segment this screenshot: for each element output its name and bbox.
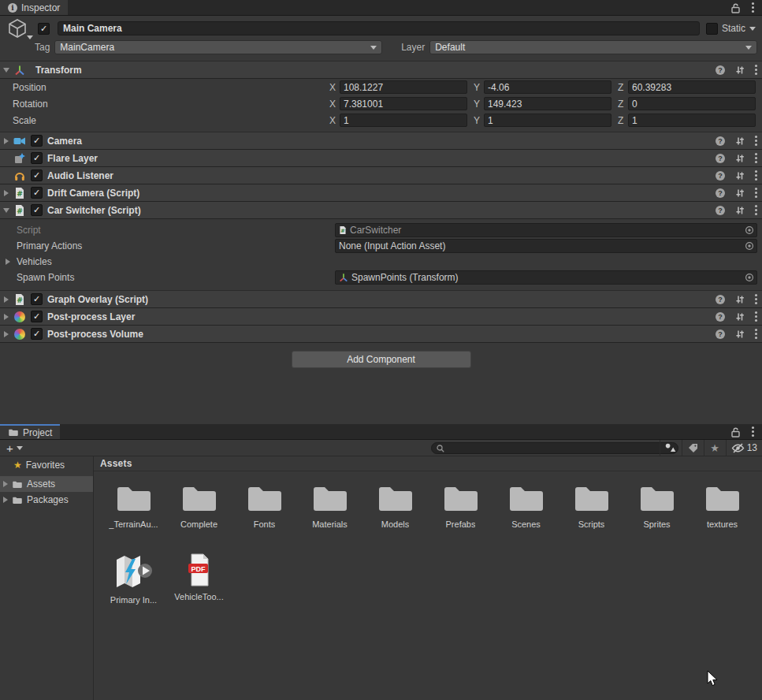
help-icon[interactable]: ?	[716, 65, 725, 75]
audio-listener-enabled-checkbox[interactable]: ✓	[31, 169, 43, 181]
lock-open-icon[interactable]	[730, 426, 741, 438]
position-x-field[interactable]	[340, 80, 467, 94]
layer-dropdown[interactable]: Default	[429, 40, 757, 54]
tab-project[interactable]: Project	[0, 424, 60, 439]
tab-inspector[interactable]: i Inspector	[0, 0, 68, 15]
sidebar-item-packages[interactable]: Packages	[0, 492, 93, 508]
kebab-menu-icon[interactable]	[755, 333, 757, 335]
scale-y-field[interactable]	[484, 114, 611, 127]
foldout-closed-icon[interactable]	[4, 331, 9, 337]
drift-camera-enabled-checkbox[interactable]: ✓	[31, 187, 43, 199]
help-icon[interactable]: ?	[716, 330, 725, 339]
help-icon[interactable]: ?	[716, 295, 725, 304]
sidebar-favorites[interactable]: ★ Favorites	[0, 457, 93, 473]
post-process-volume-enabled-checkbox[interactable]: ✓	[31, 328, 43, 340]
presets-icon[interactable]	[735, 65, 745, 75]
help-icon[interactable]: ?	[716, 188, 725, 198]
kebab-menu-icon[interactable]	[755, 192, 757, 194]
sidebar-item-assets[interactable]: Assets	[0, 476, 93, 492]
gameobject-name-field[interactable]	[58, 21, 700, 35]
component-header-flare-layer[interactable]: ✓ Flare Layer ?	[0, 150, 762, 167]
foldout-closed-icon[interactable]	[6, 259, 10, 265]
presets-icon[interactable]	[735, 295, 745, 304]
component-header-graph-overlay[interactable]: ✓ Graph Overlay (Script) ?	[0, 290, 762, 308]
kebab-menu-icon[interactable]	[752, 6, 754, 9]
gameobject-active-checkbox[interactable]: ✓	[38, 23, 50, 35]
kebab-menu-icon[interactable]	[752, 430, 754, 433]
position-y-field[interactable]	[484, 80, 611, 94]
search-input[interactable]	[448, 443, 673, 454]
foldout-closed-icon[interactable]	[3, 481, 8, 487]
asset-folder[interactable]: _TerrainAu...	[101, 482, 166, 529]
kebab-menu-icon[interactable]	[755, 69, 757, 71]
presets-icon[interactable]	[735, 312, 745, 322]
object-picker-icon[interactable]	[745, 225, 754, 235]
breadcrumb-assets[interactable]: Assets	[100, 458, 132, 469]
static-control[interactable]: Static	[706, 23, 757, 35]
camera-enabled-checkbox[interactable]: ✓	[31, 135, 43, 147]
kebab-menu-icon[interactable]	[755, 157, 757, 159]
asset-folder[interactable]: Scenes	[493, 482, 559, 529]
component-header-drift-camera[interactable]: ✓ Drift Camera (Script) ?	[0, 184, 762, 202]
presets-icon[interactable]	[735, 330, 745, 339]
asset-folder[interactable]: Models	[362, 482, 428, 529]
foldout-closed-icon[interactable]	[4, 296, 9, 303]
static-checkbox[interactable]	[706, 23, 718, 35]
script-object-field[interactable]: CarSwitcher	[335, 223, 757, 237]
component-header-car-switcher[interactable]: ✓ Car Switcher (Script) ?	[0, 202, 762, 219]
foldout-closed-icon[interactable]	[4, 314, 9, 320]
component-header-audio-listener[interactable]: ✓ Audio Listener ?	[0, 167, 762, 184]
component-header-post-process-layer[interactable]: ✓ Post-process Layer ?	[0, 308, 762, 326]
scale-z-field[interactable]	[628, 114, 756, 127]
foldout-closed-icon[interactable]	[3, 497, 8, 503]
component-header-transform[interactable]: Transform ?	[0, 61, 762, 79]
help-icon[interactable]: ?	[716, 171, 725, 181]
vehicles-row[interactable]: Vehicles	[0, 254, 762, 270]
help-icon[interactable]: ?	[716, 136, 725, 146]
asset-folder[interactable]: Prefabs	[428, 482, 493, 529]
filter-type-icon[interactable]	[660, 440, 682, 456]
search-bar[interactable]	[431, 442, 678, 454]
rotation-y-field[interactable]	[484, 97, 611, 110]
kebab-menu-icon[interactable]	[755, 315, 757, 318]
cube-gizmo-icon[interactable]	[6, 17, 32, 39]
help-icon[interactable]: ?	[716, 206, 725, 215]
rotation-x-field[interactable]	[340, 97, 467, 110]
asset-file-input-actions[interactable]: Primary In...	[101, 553, 166, 605]
kebab-menu-icon[interactable]	[755, 298, 757, 300]
label-tag-icon[interactable]	[682, 440, 704, 456]
foldout-open-icon[interactable]	[3, 68, 9, 73]
asset-folder[interactable]: Fonts	[232, 482, 297, 529]
asset-folder[interactable]: Sprites	[624, 482, 690, 529]
presets-icon[interactable]	[735, 188, 745, 198]
scale-x-field[interactable]	[340, 114, 467, 127]
component-header-post-process-volume[interactable]: ✓ Post-process Volume ?	[0, 326, 762, 343]
presets-icon[interactable]	[735, 136, 745, 146]
asset-folder[interactable]: Materials	[297, 482, 362, 529]
presets-icon[interactable]	[735, 154, 745, 163]
asset-file-pdf[interactable]: PDF VehicleToo...	[166, 553, 232, 601]
lock-open-icon[interactable]	[730, 2, 741, 13]
tag-dropdown[interactable]: MainCamera	[54, 40, 382, 54]
foldout-closed-icon[interactable]	[4, 138, 9, 144]
hidden-items-counter[interactable]: 13	[726, 440, 762, 456]
kebab-menu-icon[interactable]	[755, 140, 757, 142]
create-asset-button[interactable]: +	[6, 442, 23, 454]
foldout-closed-icon[interactable]	[4, 190, 9, 196]
presets-icon[interactable]	[735, 171, 745, 181]
object-picker-icon[interactable]	[745, 273, 754, 282]
rotation-z-field[interactable]	[628, 97, 756, 110]
spawn-points-field[interactable]: SpawnPoints (Transform)	[335, 270, 757, 285]
kebab-menu-icon[interactable]	[755, 174, 757, 177]
post-process-layer-enabled-checkbox[interactable]: ✓	[31, 311, 43, 322]
object-picker-icon[interactable]	[745, 241, 754, 251]
position-z-field[interactable]	[628, 80, 756, 94]
add-component-button[interactable]: Add Component	[292, 351, 471, 368]
foldout-open-icon[interactable]	[3, 208, 9, 213]
favorite-star-icon[interactable]: ★	[704, 440, 726, 456]
component-header-camera[interactable]: ✓ Camera ?	[0, 132, 762, 150]
flare-layer-enabled-checkbox[interactable]: ✓	[31, 152, 43, 164]
asset-folder[interactable]: textures	[690, 482, 755, 529]
car-switcher-enabled-checkbox[interactable]: ✓	[31, 204, 43, 216]
kebab-menu-icon[interactable]	[755, 209, 757, 211]
